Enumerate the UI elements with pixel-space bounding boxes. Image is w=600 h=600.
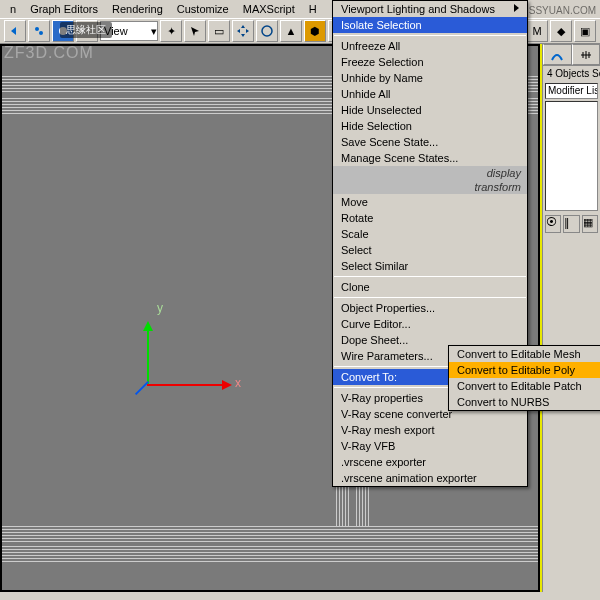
menu-item[interactable]: Clone xyxy=(333,279,527,295)
x-label: x xyxy=(235,376,241,390)
menu-header: display xyxy=(333,166,527,180)
menu-header: transform xyxy=(333,180,527,194)
menu-item[interactable]: Save Scene State... xyxy=(333,134,527,150)
move-button[interactable] xyxy=(232,20,254,42)
menu-item[interactable]: Unfreeze All xyxy=(333,38,527,54)
context-menu: Viewport Lighting and ShadowsIsolate Sel… xyxy=(332,0,528,487)
command-panel: 4 Objects Se Modifier List ⦿ ‖ ▦ xyxy=(542,44,600,592)
separator xyxy=(334,297,526,298)
menu-item[interactable]: Graph Editors xyxy=(24,1,104,17)
menu-item[interactable]: Freeze Selection xyxy=(333,54,527,70)
y-axis[interactable] xyxy=(147,326,149,386)
menu-item[interactable]: Move xyxy=(333,194,527,210)
menu-item[interactable]: Scale xyxy=(333,226,527,242)
menu-item[interactable]: Rendering xyxy=(106,1,169,17)
link-button[interactable] xyxy=(28,20,50,42)
menu-item[interactable]: Object Properties... xyxy=(333,300,527,316)
menu-item[interactable]: Curve Editor... xyxy=(333,316,527,332)
svg-point-1 xyxy=(39,31,43,35)
menu-item[interactable]: .vrscene animation exporter xyxy=(333,470,527,486)
menu-item[interactable]: Viewport Lighting and Shadows xyxy=(333,1,527,17)
modify-tab[interactable] xyxy=(543,44,572,65)
modifier-stack[interactable] xyxy=(545,101,598,211)
stack-button[interactable]: ‖ xyxy=(563,215,579,233)
objects-label: 4 Objects Se xyxy=(543,66,600,81)
menu-item[interactable]: Convert to Editable Patch xyxy=(449,378,600,394)
pin-button[interactable]: ⦿ xyxy=(545,215,561,233)
z-axis[interactable] xyxy=(133,379,153,399)
svg-point-0 xyxy=(35,27,39,31)
menu-item[interactable]: Convert to NURBS xyxy=(449,394,600,410)
svg-point-3 xyxy=(262,26,272,36)
mirror-button[interactable]: M xyxy=(526,20,548,42)
menu-item[interactable]: Select xyxy=(333,242,527,258)
menu-item[interactable]: Manage Scene States... xyxy=(333,150,527,166)
separator xyxy=(334,276,526,277)
menu-item[interactable]: V-Ray mesh export xyxy=(333,422,527,438)
separator xyxy=(334,35,526,36)
axis-gizmo[interactable]: y x xyxy=(127,306,247,426)
menu-item[interactable]: n xyxy=(4,1,22,17)
panel-tabs xyxy=(543,44,600,66)
watermark: ZF3D.COM xyxy=(4,44,94,62)
menu-item[interactable]: Customize xyxy=(171,1,235,17)
menu-item[interactable]: Hide Unselected xyxy=(333,102,527,118)
status-bar xyxy=(0,592,600,600)
menu-item[interactable]: Convert to Editable Mesh xyxy=(449,346,600,362)
menu-item[interactable]: Rotate xyxy=(333,210,527,226)
menu-item[interactable]: Select Similar xyxy=(333,258,527,274)
menu-item[interactable]: .vrscene exporter xyxy=(333,454,527,470)
tool-button[interactable]: ▣ xyxy=(574,20,596,42)
select-button[interactable] xyxy=(184,20,206,42)
rotate-button[interactable] xyxy=(256,20,278,42)
menu-item[interactable]: Unhide All xyxy=(333,86,527,102)
x-axis[interactable] xyxy=(147,384,227,386)
menu-item[interactable]: Hide Selection xyxy=(333,118,527,134)
menu-item[interactable]: MAXScript xyxy=(237,1,301,17)
tool-button[interactable]: ⬢ xyxy=(304,20,326,42)
y-label: y xyxy=(157,301,163,315)
stack-button[interactable]: ▦ xyxy=(582,215,598,233)
convert-submenu: Convert to Editable MeshConvert to Edita… xyxy=(448,345,600,411)
menu-item[interactable]: Isolate Selection xyxy=(333,17,527,33)
hierarchy-tab[interactable] xyxy=(572,44,601,65)
logo-watermark: 思缘社区 xyxy=(60,22,112,38)
tool-button[interactable]: ▭ xyxy=(208,20,230,42)
menu-item[interactable]: V-Ray VFB xyxy=(333,438,527,454)
menu-item[interactable]: H xyxy=(303,1,323,17)
menu-item[interactable]: Unhide by Name xyxy=(333,70,527,86)
modifier-list-dropdown[interactable]: Modifier List xyxy=(545,83,598,99)
tool-button[interactable]: ◆ xyxy=(550,20,572,42)
scale-button[interactable]: ▲ xyxy=(280,20,302,42)
undo-button[interactable] xyxy=(4,20,26,42)
menu-item[interactable]: Convert to Editable Poly xyxy=(449,362,600,378)
tool-button[interactable]: ✦ xyxy=(160,20,182,42)
